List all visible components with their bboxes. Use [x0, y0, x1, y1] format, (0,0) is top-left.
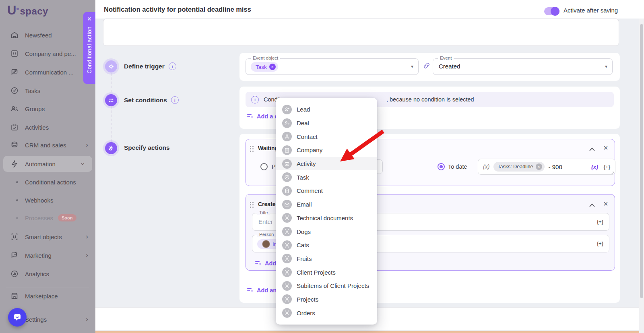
bullet-icon	[16, 199, 18, 201]
dropdown-item-deal[interactable]: Deal	[276, 116, 377, 130]
fx-icon: (x)	[483, 163, 489, 170]
step-set-conditions: Set conditions i	[124, 96, 179, 104]
event-select[interactable]: Event Created ▾	[433, 58, 613, 75]
chevron-right-icon: ›	[86, 141, 88, 149]
info-icon[interactable]: i	[169, 62, 176, 70]
sidebar-item-automation[interactable]: Automation ›	[3, 156, 92, 172]
sidebar-item-tasks[interactable]: Tasks	[0, 83, 95, 99]
sidebar-item-crm[interactable]: CRM and sales ›	[0, 137, 95, 153]
dropdown-item-task[interactable]: Task	[276, 170, 377, 184]
period-radio[interactable]	[260, 163, 268, 170]
sidebar-item-groups[interactable]: Groups	[0, 101, 95, 117]
step-define-trigger: Define trigger i	[124, 62, 176, 70]
insert-field-icon[interactable]: {+}	[597, 219, 603, 225]
sidebar-item-marketing[interactable]: Marketing ›	[0, 247, 95, 263]
deadline-variable-chip[interactable]: Tasks: Deadline ×	[493, 162, 544, 172]
toggle-label: Activate after saving	[564, 7, 618, 14]
formula-input[interactable]: (x) Tasks: Deadline × - 900 (x) {+}	[478, 159, 615, 175]
bullet-icon	[16, 217, 18, 219]
dropdown-item-client-projects[interactable]: Client Projects	[276, 265, 377, 279]
sidebar-item-conditional-actions[interactable]: Conditional actions	[0, 174, 95, 190]
step-connector	[111, 73, 111, 142]
dropdown-item-cats[interactable]: Cats	[276, 238, 377, 252]
collapse-icon[interactable]	[589, 202, 595, 209]
dropdown-item-dogs[interactable]: Dogs	[276, 225, 377, 238]
sidebar-item-marketplace[interactable]: Marketplace	[0, 288, 95, 304]
sidebar-item-activities[interactable]: Activities	[0, 119, 95, 135]
chevron-right-icon: ›	[86, 233, 88, 241]
add-action-link[interactable]: Add an	[246, 287, 277, 294]
event-object-select[interactable]: Event object Task × ▾	[246, 58, 419, 75]
insert-field-icon[interactable]: {+}	[604, 164, 610, 170]
add-field-link[interactable]: Add	[254, 260, 276, 267]
conditional-action-tab[interactable]: × Conditional action	[83, 12, 95, 84]
bottom-accent-line	[95, 331, 644, 333]
sidebar-divider	[6, 287, 89, 287]
sidebar-item-company[interactable]: Company and pe... ›	[0, 46, 95, 62]
insert-variable-icon[interactable]: (x)	[591, 164, 598, 170]
soon-badge: Soon	[58, 214, 76, 221]
smart-object-icon	[282, 240, 292, 250]
dropdown-item-orders[interactable]: Orders	[276, 306, 377, 320]
dropdown-item-technical-documents[interactable]: Technical documents	[276, 211, 377, 225]
close-icon[interactable]: ×	[603, 200, 608, 208]
scrollbar-thumb[interactable]	[640, 24, 643, 298]
close-icon[interactable]: ×	[603, 144, 608, 152]
dropdown-item-activity[interactable]: Activity	[276, 157, 377, 171]
link-icon	[423, 62, 431, 71]
task-chip[interactable]: Task ×	[251, 62, 278, 72]
dropdown-item-comment[interactable]: Comment	[276, 184, 377, 198]
deal-icon	[282, 118, 292, 128]
to-date-radio[interactable]	[438, 163, 445, 170]
home-icon	[10, 30, 19, 40]
sidebar-item-smart-objects[interactable]: Smart objects ›	[0, 229, 95, 245]
sidebar-item-webhooks[interactable]: Webhooks	[0, 192, 95, 208]
sidebar-item-communication[interactable]: Communication ... ›	[0, 64, 95, 80]
uspacy-logo: U spacy	[7, 4, 48, 17]
event-object-dropdown: Lead Deal Contact Company Activity Task …	[276, 98, 377, 325]
smart-objects-icon	[10, 232, 19, 242]
smart-object-icon	[282, 308, 292, 318]
filter-add-icon	[246, 287, 254, 294]
add-condition-link[interactable]: Add a c	[246, 113, 278, 120]
dropdown-item-email[interactable]: Email	[276, 198, 377, 211]
activate-toggle[interactable]	[544, 7, 559, 15]
collapse-icon[interactable]	[589, 146, 595, 153]
chevron-right-icon: ›	[86, 315, 88, 323]
description-textarea[interactable]	[103, 19, 619, 46]
insert-field-icon[interactable]: {+}	[597, 240, 603, 246]
dropdown-arrow-icon[interactable]: ▾	[605, 64, 607, 69]
building-icon	[10, 49, 19, 58]
avatar	[262, 240, 270, 248]
remove-chip-icon[interactable]: ×	[536, 163, 542, 170]
smart-object-icon	[282, 294, 292, 304]
sidebar-item-analytics[interactable]: Analytics	[0, 266, 95, 282]
lead-icon	[282, 105, 292, 114]
dropdown-item-lead[interactable]: Lead	[276, 103, 377, 116]
dropdown-item-projects[interactable]: Projects	[276, 293, 377, 306]
chat-widget-button[interactable]	[8, 308, 27, 327]
logo-u-icon: U	[7, 4, 16, 17]
define-trigger-icon	[105, 60, 117, 72]
analytics-icon	[10, 269, 19, 279]
dropdown-item-contact[interactable]: Contact	[276, 130, 377, 143]
close-icon[interactable]: ×	[87, 15, 92, 23]
dropdown-item-fruits[interactable]: Fruits	[276, 252, 377, 266]
comment-icon	[282, 186, 292, 196]
email-icon	[282, 200, 292, 209]
dropdown-item-subitems-client-projects[interactable]: Subitems of Client Projects	[276, 279, 377, 293]
dropdown-arrow-icon[interactable]: ▾	[411, 64, 413, 69]
sidebar-item-newsfeed[interactable]: Newsfeed	[0, 27, 95, 43]
set-conditions-icon	[105, 94, 117, 106]
dropdown-item-company[interactable]: Company	[276, 143, 377, 157]
drag-handle-icon[interactable]	[250, 202, 254, 207]
drag-handle-icon[interactable]	[250, 146, 254, 151]
remove-chip-icon[interactable]: ×	[269, 64, 276, 70]
chat-icon	[12, 312, 22, 322]
resize-handle[interactable]	[611, 170, 614, 174]
trigger-card: Event object Task × ▾ Event Created ▾	[239, 53, 620, 81]
info-icon[interactable]: i	[171, 96, 179, 104]
specify-actions-icon	[105, 142, 117, 154]
chat-pencil-icon	[10, 67, 19, 77]
contact-icon	[282, 132, 292, 141]
